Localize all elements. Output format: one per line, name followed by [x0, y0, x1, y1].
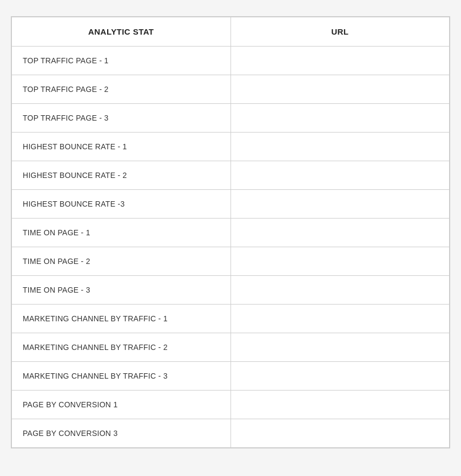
cell-analytic-stat: MARKETING CHANNEL BY TRAFFIC - 2: [12, 333, 231, 362]
cell-url: [230, 190, 450, 219]
cell-url: [230, 104, 450, 133]
cell-url: [230, 305, 450, 333]
cell-url: [230, 419, 450, 448]
cell-url: [230, 391, 450, 419]
cell-analytic-stat: PAGE BY CONVERSION 3: [12, 419, 231, 448]
table-row: MARKETING CHANNEL BY TRAFFIC - 3: [12, 362, 450, 391]
cell-url: [230, 333, 450, 362]
col-header-analytic-stat: ANALYTIC STAT: [12, 17, 231, 47]
cell-url: [230, 362, 450, 391]
cell-analytic-stat: TIME ON PAGE - 3: [12, 276, 231, 305]
table-row: HIGHEST BOUNCE RATE - 1: [12, 133, 450, 161]
table-row: HIGHEST BOUNCE RATE - 2: [12, 161, 450, 190]
table-row: MARKETING CHANNEL BY TRAFFIC - 1: [12, 305, 450, 333]
cell-url: [230, 133, 450, 161]
cell-analytic-stat: TIME ON PAGE - 1: [12, 219, 231, 247]
cell-analytic-stat: TOP TRAFFIC PAGE - 2: [12, 75, 231, 104]
table-row: MARKETING CHANNEL BY TRAFFIC - 2: [12, 333, 450, 362]
table-header-row: ANALYTIC STAT URL: [12, 17, 450, 47]
analytics-table-container: ANALYTIC STAT URL TOP TRAFFIC PAGE - 1TO…: [11, 16, 450, 448]
analytics-table: ANALYTIC STAT URL TOP TRAFFIC PAGE - 1TO…: [11, 17, 450, 448]
table-row: TIME ON PAGE - 1: [12, 219, 450, 247]
table-row: PAGE BY CONVERSION 3: [12, 419, 450, 448]
cell-analytic-stat: MARKETING CHANNEL BY TRAFFIC - 3: [12, 362, 231, 391]
table-row: HIGHEST BOUNCE RATE -3: [12, 190, 450, 219]
cell-analytic-stat: HIGHEST BOUNCE RATE -3: [12, 190, 231, 219]
cell-analytic-stat: TIME ON PAGE - 2: [12, 247, 231, 276]
cell-url: [230, 276, 450, 305]
cell-analytic-stat: TOP TRAFFIC PAGE - 3: [12, 104, 231, 133]
cell-analytic-stat: PAGE BY CONVERSION 1: [12, 391, 231, 419]
cell-analytic-stat: TOP TRAFFIC PAGE - 1: [12, 47, 231, 75]
table-row: TOP TRAFFIC PAGE - 2: [12, 75, 450, 104]
table-row: TOP TRAFFIC PAGE - 1: [12, 47, 450, 75]
col-header-url: URL: [230, 17, 450, 47]
table-row: TOP TRAFFIC PAGE - 3: [12, 104, 450, 133]
table-row: PAGE BY CONVERSION 1: [12, 391, 450, 419]
cell-analytic-stat: MARKETING CHANNEL BY TRAFFIC - 1: [12, 305, 231, 333]
cell-url: [230, 75, 450, 104]
table-row: TIME ON PAGE - 3: [12, 276, 450, 305]
cell-url: [230, 161, 450, 190]
cell-url: [230, 219, 450, 247]
cell-analytic-stat: HIGHEST BOUNCE RATE - 1: [12, 133, 231, 161]
cell-url: [230, 247, 450, 276]
cell-url: [230, 47, 450, 75]
table-row: TIME ON PAGE - 2: [12, 247, 450, 276]
cell-analytic-stat: HIGHEST BOUNCE RATE - 2: [12, 161, 231, 190]
